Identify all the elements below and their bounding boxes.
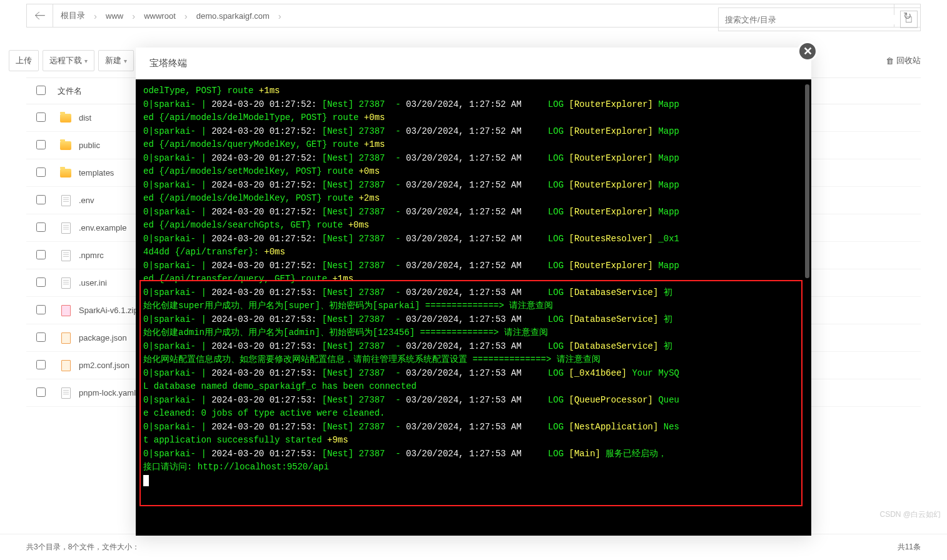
file-name[interactable]: public <box>79 141 100 150</box>
file-icon <box>58 195 74 206</box>
terminal-line: ed {/api/models/setModelKey, POST} route… <box>143 165 804 179</box>
file-name[interactable]: pnpm-lock.yaml <box>79 388 136 398</box>
file-name[interactable]: pm2.conf.json <box>79 361 129 370</box>
row-checkbox[interactable] <box>36 278 46 287</box>
row-checkbox[interactable] <box>36 112 46 122</box>
terminal-line: 0|sparkai- | 2024-03-20 01:27:52: [Nest]… <box>143 98 804 112</box>
scrollbar[interactable] <box>805 84 809 278</box>
file-icon <box>58 360 74 371</box>
terminal-line: ed {/api/models/delModelType, POST} rout… <box>143 111 804 125</box>
terminal-line: 0|sparkai- | 2024-03-20 01:27:53: [Nest]… <box>143 394 804 408</box>
chevron-right-icon: › <box>278 11 281 21</box>
row-checkbox[interactable] <box>36 332 46 342</box>
modal-title: 宝塔终端 <box>136 48 811 79</box>
terminal-line: L database named demo_sparkaigf_c has be… <box>143 380 804 394</box>
chevron-right-icon: › <box>94 11 97 21</box>
terminal-line: 0|sparkai- | 2024-03-20 01:27:53: [Nest]… <box>143 286 804 300</box>
file-name[interactable]: .env <box>79 196 94 205</box>
file-icon <box>58 222 74 234</box>
folder-icon <box>58 141 74 150</box>
crumb-root[interactable]: 根目录 <box>61 10 85 21</box>
folder-icon <box>58 114 74 122</box>
crumb-domain[interactable]: demo.sparkaigf.com <box>196 11 270 21</box>
close-icon: ✕ <box>803 44 813 58</box>
chevron-down-icon: ▾ <box>124 58 127 64</box>
row-checkbox[interactable] <box>36 305 46 314</box>
row-checkbox[interactable] <box>36 195 46 204</box>
file-name[interactable]: templates <box>79 168 114 178</box>
terminal-line: 0|sparkai- | 2024-03-20 01:27:53: [Nest]… <box>143 340 804 354</box>
file-icon <box>58 250 74 261</box>
terminal-line: odelType, POST} route +1ms <box>143 84 804 98</box>
file-name[interactable]: SparkAi-v6.1.zip <box>79 306 138 315</box>
row-checkbox[interactable] <box>36 168 46 177</box>
terminal[interactable]: odelType, POST} route +1ms0|sparkai- | 2… <box>136 79 811 407</box>
file-name[interactable]: dist <box>79 113 91 122</box>
terminal-line: 始化创建super用户成功、用户名为[super]、初始密码为[sparkai]… <box>143 299 804 313</box>
crumb-wwwroot[interactable]: wwwroot <box>144 11 176 21</box>
recycle-bin-button[interactable]: 🗑 回收站 <box>886 55 921 66</box>
chevron-right-icon: › <box>185 11 188 21</box>
file-icon <box>58 305 74 316</box>
crumb-www[interactable]: www <box>106 11 123 21</box>
terminal-line: 0|sparkai- | 2024-03-20 01:27:52: [Nest]… <box>143 206 804 219</box>
chevron-right-icon: › <box>132 11 135 21</box>
row-checkbox[interactable] <box>36 388 46 397</box>
new-button[interactable]: 新建▾ <box>98 50 134 71</box>
trash-icon: 🗑 <box>886 56 894 66</box>
terminal-modal: ✕ 宝塔终端 odelType, POST} route +1ms0|spark… <box>136 48 811 407</box>
row-checkbox[interactable] <box>36 140 46 149</box>
terminal-line: 始化网站配置信息成功、如您需要修改网站配置信息，请前往管理系统系统配置设置 ==… <box>143 353 804 367</box>
folder-icon <box>58 169 74 178</box>
upload-button[interactable]: 上传 <box>9 50 39 71</box>
terminal-line: 0|sparkai- | 2024-03-20 01:27:52: [Nest]… <box>143 259 804 273</box>
file-name[interactable]: .npmrc <box>79 251 104 260</box>
terminal-line: 始化创建admin用户成功、用户名为[admin]、初始密码为[123456] … <box>143 326 804 340</box>
row-checkbox[interactable] <box>36 360 46 369</box>
back-button[interactable]: 🡠 <box>27 4 53 27</box>
close-button[interactable]: ✕ <box>798 41 818 61</box>
breadcrumb: 根目录 › www › wwwroot › demo.sparkaigf.com… <box>53 4 289 27</box>
file-name[interactable]: package.json <box>79 333 127 342</box>
terminal-line: ed {/api/models/searchGpts, GET} route +… <box>143 219 804 232</box>
terminal-line: 0|sparkai- | 2024-03-20 01:27:53: [Nest]… <box>143 367 804 381</box>
terminal-line: 0|sparkai- | 2024-03-20 01:27:52: [Nest]… <box>143 232 804 246</box>
search-box: ☐ <box>718 8 921 31</box>
file-name[interactable]: .env.example <box>79 223 126 232</box>
search-input[interactable] <box>719 15 900 24</box>
terminal-line: ed {/api/transfer/query, GET} route +1ms <box>143 272 804 286</box>
remote-download-button[interactable]: 远程下载▾ <box>43 50 94 71</box>
search-button[interactable]: ☐ <box>900 11 918 28</box>
file-name[interactable]: .user.ini <box>79 278 107 288</box>
chevron-down-icon: ▾ <box>84 58 88 64</box>
row-checkbox[interactable] <box>36 222 46 232</box>
row-checkbox[interactable] <box>36 250 46 259</box>
file-icon <box>58 388 74 399</box>
terminal-line: ed {/api/models/delModelKey, POST} route… <box>143 192 804 206</box>
terminal-line: 0|sparkai- | 2024-03-20 01:27:52: [Nest]… <box>143 152 804 166</box>
terminal-line: 0|sparkai- | 2024-03-20 01:27:52: [Nest]… <box>143 179 804 192</box>
terminal-line: 0|sparkai- | 2024-03-20 01:27:52: [Nest]… <box>143 125 804 139</box>
terminal-line: ed {/api/models/queryModelKey, GET} rout… <box>143 138 804 152</box>
file-icon <box>58 278 74 289</box>
terminal-line: 0|sparkai- | 2024-03-20 01:27:53: [Nest]… <box>143 313 804 327</box>
select-all-checkbox[interactable] <box>36 86 46 95</box>
terminal-line: 4d4dd {/api/transfer}: +0ms <box>143 246 804 259</box>
file-icon <box>58 332 74 344</box>
column-name[interactable]: 文件名 <box>58 86 82 97</box>
